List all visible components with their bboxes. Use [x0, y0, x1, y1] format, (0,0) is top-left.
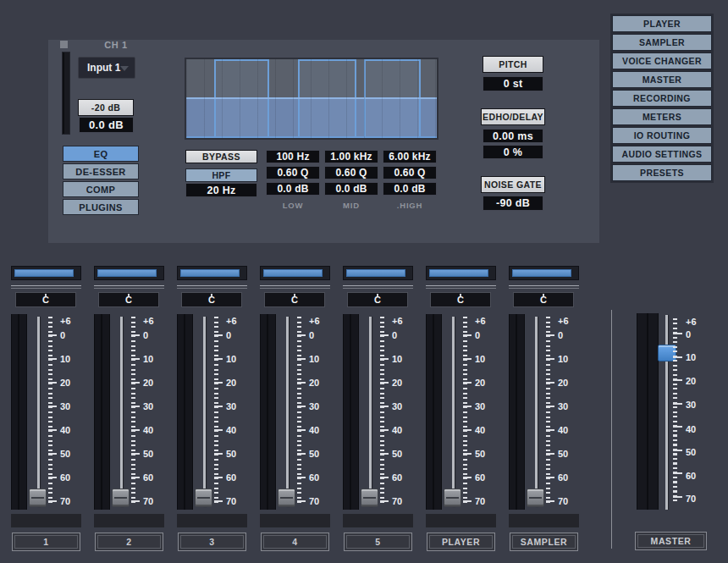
channel-button-label: 2 [126, 537, 131, 547]
fader-scale-label: 40 [307, 425, 330, 435]
menu-button[interactable]: IO ROUTING [612, 127, 712, 144]
channel-label-slot [177, 514, 247, 527]
fader-handle[interactable] [195, 488, 212, 507]
fader-scale-label: 60 [473, 472, 496, 483]
eq-band-frequency[interactable]: 6.00 kHz [383, 150, 437, 163]
fader-scale-label: 20 [473, 378, 496, 388]
hpf-frequency-value[interactable]: 20 Hz [185, 183, 257, 197]
menu-button[interactable]: PRESETS [612, 164, 712, 181]
eq-graph[interactable] [185, 58, 438, 140]
fader-track[interactable] [535, 317, 538, 507]
fader-scale-label: 40 [473, 425, 496, 435]
channel-tab[interactable]: DE-ESSER [63, 163, 139, 179]
eq-band-q[interactable]: 0.60 Q [266, 166, 320, 179]
fader-handle[interactable] [527, 488, 544, 507]
master-section-divider [611, 310, 612, 549]
channel-level-meter [426, 314, 442, 510]
menu-button[interactable]: RECORDING [612, 90, 712, 107]
fader-scale: +6010203040506070 [224, 266, 247, 552]
channel-level-meter [11, 314, 27, 510]
fader-scale-label: 70 [141, 496, 164, 506]
noise-gate-button[interactable]: NOISE GATE [481, 176, 545, 193]
pan-center-tick [211, 294, 212, 296]
menu-button[interactable]: PLAYER [612, 15, 712, 32]
fader-scale-ticks [546, 317, 554, 506]
fader-track[interactable] [286, 317, 289, 507]
eq-band-name: .HIGH [383, 201, 437, 210]
channel-level-meter [177, 314, 193, 510]
fader-track[interactable] [37, 317, 40, 507]
master-fader-scale-ticks [673, 318, 682, 501]
fader-handle[interactable] [112, 488, 130, 507]
fader-track[interactable] [452, 317, 455, 507]
channel-tab[interactable]: EQ [63, 146, 139, 162]
channel-select-button[interactable]: 4 [261, 533, 329, 551]
input-gain-value[interactable]: 0.0 dB [79, 117, 134, 133]
hpf-button[interactable]: HPF [185, 168, 257, 182]
menu-button[interactable]: METERS [612, 108, 712, 125]
eq-band-q[interactable]: 0.60 Q [383, 166, 437, 179]
fader-scale-label: 40 [390, 425, 413, 435]
fader-scale-ticks [214, 317, 223, 506]
input-gain-button[interactable]: -20 dB [78, 99, 134, 116]
fader-scale-label: 60 [684, 471, 707, 481]
pan-center-tick [294, 294, 295, 296]
fader-scale-label: 0 [684, 329, 707, 339]
channel-fx-tabs: EQDE-ESSERCOMPPLUGINS [63, 146, 139, 217]
channel-select-button[interactable]: 5 [344, 533, 412, 551]
eq-band-name: MID [324, 201, 378, 210]
channel-select-button[interactable]: 3 [178, 533, 246, 551]
echo-delay-time-value[interactable]: 0.00 ms [483, 129, 543, 143]
eq-band-frequency[interactable]: 100 Hz [266, 150, 320, 163]
eq-band-frequency[interactable]: 1.00 kHz [324, 150, 378, 163]
fader-handle[interactable] [29, 488, 47, 507]
fader-scale-label: 40 [224, 425, 247, 435]
fader-scale-label: 0 [224, 330, 247, 340]
fader-track[interactable] [369, 317, 372, 507]
fader-scale-label: 40 [58, 425, 81, 435]
fader-track[interactable] [203, 317, 206, 507]
master-select-button[interactable]: MASTER [635, 532, 707, 550]
channel-select-button[interactable]: PLAYER [427, 533, 495, 551]
channel-select-button[interactable]: SAMPLER [510, 533, 578, 551]
channel-tab[interactable]: COMP [63, 181, 139, 197]
channel-label-slot [260, 514, 330, 527]
fader-scale-label: 10 [390, 354, 413, 364]
input-source-dropdown[interactable]: Input 1 [78, 57, 135, 79]
pan-center-tick [543, 294, 544, 296]
pan-center-tick [460, 294, 461, 296]
fader-scale-label: +6 [473, 316, 496, 326]
channel-select-button[interactable]: 2 [95, 533, 163, 551]
channel-button-label: SAMPLER [521, 537, 568, 547]
pitch-button[interactable]: PITCH [483, 56, 543, 73]
fader-scale-label: +6 [307, 316, 330, 326]
mixer-app: CH 1 Input 1 -20 dB 0.0 dB EQDE-ESSERCOM… [0, 0, 728, 563]
menu-button[interactable]: SAMPLER [612, 34, 712, 51]
channel-title: CH 1 [89, 40, 143, 50]
eq-band-q[interactable]: 0.60 Q [324, 166, 378, 179]
fader-scale-label: 0 [58, 330, 81, 340]
noise-gate-value[interactable]: -90 dB [483, 196, 543, 211]
fader-scale-label: 60 [224, 472, 247, 483]
fader-scale-label: 0 [473, 330, 496, 340]
echo-delay-button[interactable]: EDHO/DELAY [481, 108, 545, 125]
fader-handle[interactable] [278, 488, 295, 507]
channel-select-button[interactable]: 1 [12, 533, 80, 551]
eq-band-gain[interactable]: 0.0 dB [266, 182, 320, 196]
channel-button-label: 1 [43, 537, 48, 547]
menu-button[interactable]: AUDIO SETTINGS [612, 146, 712, 163]
menu-button[interactable]: MASTER [612, 71, 712, 88]
menu-button[interactable]: VOICE CHANGER [612, 52, 712, 69]
fader-track[interactable] [120, 317, 123, 507]
fader-handle[interactable] [361, 488, 378, 507]
eq-bypass-button[interactable]: BYPASS [185, 150, 257, 163]
eq-band-gain[interactable]: 0.0 dB [383, 182, 437, 196]
echo-delay-mix-value[interactable]: 0 % [483, 145, 543, 159]
fader-handle[interactable] [444, 488, 461, 507]
channel-tab[interactable]: PLUGINS [63, 199, 139, 215]
fader-scale-label: 60 [307, 472, 330, 483]
fader-scale-label: 10 [58, 354, 81, 364]
fader-scale: +6010203040506070 [58, 266, 81, 552]
pitch-value[interactable]: 0 st [483, 76, 543, 91]
eq-band-gain[interactable]: 0.0 dB [324, 182, 378, 196]
